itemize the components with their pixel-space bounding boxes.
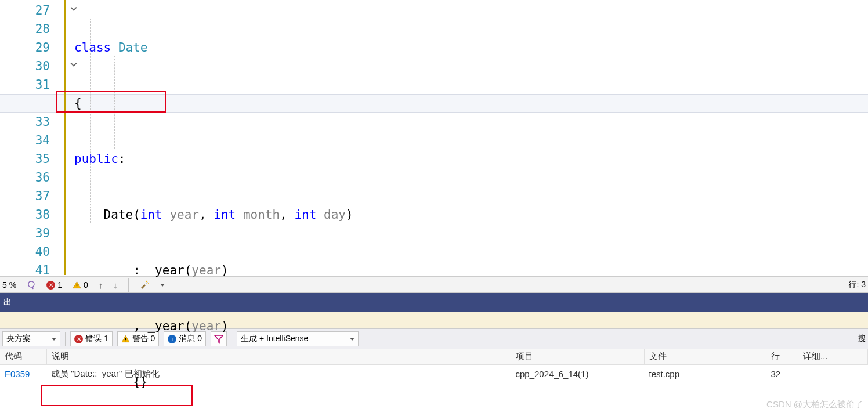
svg-rect-4	[125, 338, 126, 340]
error-icon: ✕	[74, 335, 83, 343]
error-count[interactable]: ✕ 1	[46, 280, 62, 290]
svg-rect-5	[125, 341, 126, 341]
warning-icon	[73, 281, 81, 290]
code-body[interactable]: class Date { public: Date(int year, int …	[56, 0, 353, 276]
zoom-level[interactable]: 5 %	[2, 280, 16, 290]
code-line: , _year(year)	[74, 317, 353, 335]
cursor-position: 行: 3	[848, 280, 866, 290]
col-line[interactable]: 行	[766, 349, 798, 365]
col-detail[interactable]: 详细...	[798, 349, 868, 365]
error-icon: ✕	[46, 281, 55, 290]
code-editor[interactable]: 2728293031 3233343536 3738394041 class D…	[0, 0, 868, 277]
col-file[interactable]: 文件	[645, 349, 766, 365]
annotation-box	[41, 385, 193, 406]
col-code[interactable]: 代码	[0, 349, 46, 365]
separator	[65, 332, 66, 346]
svg-rect-1	[77, 287, 77, 287]
annotation-box	[56, 91, 166, 113]
health-icon[interactable]	[27, 280, 36, 290]
error-line: 32	[766, 365, 798, 384]
chevron-down-icon	[52, 338, 56, 341]
fold-toggle-icon[interactable]	[68, 60, 79, 70]
code-line: class Date	[74, 38, 353, 57]
solution-filter-combo[interactable]: 央方案	[2, 331, 60, 346]
warning-icon	[121, 335, 130, 343]
code-line: public:	[74, 150, 353, 168]
error-code: E0359	[0, 365, 46, 384]
error-detail	[798, 365, 868, 384]
code-line: : _year(year)	[74, 261, 353, 280]
col-proj[interactable]: 项目	[511, 349, 645, 365]
line-number-gutter: 2728293031 3233343536 3738394041	[0, 0, 56, 276]
watermark: CSDN @大柏怎么被偷了	[766, 399, 863, 410]
svg-rect-0	[77, 284, 77, 286]
info-icon: i	[168, 335, 176, 343]
error-file: test.cpp	[645, 365, 766, 384]
search-label: 搜	[858, 334, 866, 344]
fold-toggle-icon[interactable]	[68, 5, 79, 14]
code-line: Date(int year, int month, int day)	[74, 205, 353, 224]
error-project: cpp_2024_6_14(1)	[511, 365, 645, 384]
